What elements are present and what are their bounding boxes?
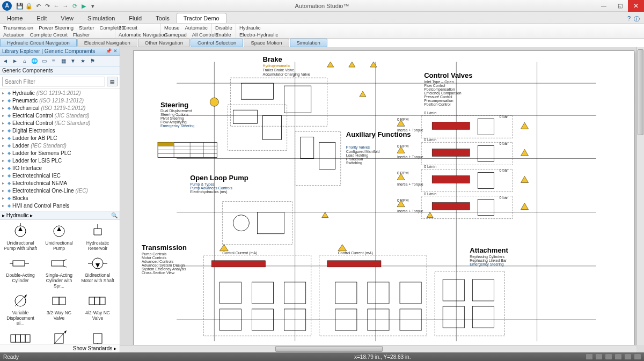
component-thumb[interactable]: Hydrostatic Reservoir — [78, 222, 117, 251]
rb-power-steering[interactable]: Power Steering — [39, 24, 74, 31]
v-scrollbar[interactable] — [636, 47, 644, 345]
search-input[interactable] — [2, 77, 105, 86]
tree-node[interactable]: ▸◆Electrotechnical IEC — [0, 172, 120, 180]
redo-icon[interactable]: ↷ — [43, 2, 51, 10]
rb-hydraulic[interactable]: Hydraulic — [239, 24, 261, 31]
rb-automatic[interactable]: Automatic — [185, 24, 208, 31]
tree-node[interactable]: ▸◆Ladder(IEC Standard) — [0, 142, 120, 150]
tb-back-icon[interactable]: ◄ — [1, 57, 10, 65]
rb-electro-hydraulic[interactable]: Electro-Hydraulic — [239, 31, 278, 38]
tb-globe-icon[interactable]: 🌐 — [30, 57, 39, 65]
svg-text:Inertia + Torque: Inertia + Torque — [397, 128, 423, 132]
search-options-button[interactable]: ▤ — [107, 77, 118, 86]
rb-auto-nav[interactable]: Automatic Navigation — [119, 31, 167, 38]
schematic-paper[interactable]: Brake Hydropneumatic Trailer Brake Valve… — [133, 50, 634, 347]
nav-simulation[interactable]: Simulation — [290, 39, 327, 47]
rb-actuation[interactable]: Actuation — [3, 31, 25, 38]
tb-doc-icon[interactable]: ▭ — [40, 57, 48, 65]
rb-gamepad[interactable]: Gamepad — [164, 31, 187, 38]
minimize-button[interactable]: — — [596, 0, 612, 12]
component-thumb[interactable]: Single-Acting Cylinder with Spr... — [40, 254, 78, 289]
component-thumb[interactable]: Variable Relief Valve — [40, 329, 78, 344]
tab-tools[interactable]: Tools — [149, 13, 177, 23]
component-thumb[interactable]: Bidirectional Motor with Shaft — [78, 254, 117, 289]
tab-view[interactable]: View — [54, 13, 80, 23]
component-thumb[interactable]: 4/3 - Electrically Controlled — [1, 329, 40, 344]
rb-disable[interactable]: Disable — [215, 24, 232, 31]
nav-other[interactable]: Other Navigation — [138, 39, 190, 47]
tb-list-icon[interactable]: ≡ — [49, 57, 58, 65]
info-icon[interactable]: ⓘ — [634, 15, 640, 23]
show-standards-link[interactable]: Show Standards ▸ — [0, 344, 120, 352]
tab-home[interactable]: Home — [0, 13, 30, 23]
undo-icon[interactable]: ↶ — [34, 2, 42, 10]
sb-icon[interactable] — [634, 354, 641, 359]
refresh-icon[interactable]: ⟳ — [71, 2, 78, 10]
tree-node[interactable]: ▸◆Electrical Control(JIC Standard) — [0, 112, 120, 120]
forward-icon[interactable]: → — [62, 2, 69, 10]
tree-node[interactable]: ▸◆Digital Electronics — [0, 127, 120, 135]
close-button[interactable]: ✕ — [628, 0, 644, 12]
tree-node[interactable]: ▸◆Electrotechnical One-Line(IEC) — [0, 187, 120, 195]
component-thumb[interactable]: Pressure Reducing Valve with Drain — [78, 329, 117, 344]
tree-node[interactable]: ▸◆Mechanical(ISO 1219-1:2012) — [0, 105, 120, 112]
sb-icon[interactable] — [625, 354, 631, 359]
save-icon[interactable]: 💾 — [16, 2, 24, 10]
tb-home-icon[interactable]: ⌂ — [20, 57, 29, 65]
component-thumbs: Unidirectional Pump with ShaftUnidirecti… — [0, 220, 120, 344]
tb-fav-icon[interactable]: ★ — [78, 57, 87, 65]
play-icon[interactable]: ▶ — [80, 2, 87, 10]
tb-filter-icon[interactable]: ▼ — [69, 57, 77, 65]
component-thumb[interactable]: 4/2-Way NC Valve — [78, 292, 117, 326]
component-thumb[interactable]: Double-Acting Cylinder — [1, 254, 40, 289]
rb-enable[interactable]: Enable — [215, 31, 231, 38]
rb-complete-circuit2[interactable]: Complete Circuit — [30, 31, 68, 38]
component-thumb[interactable]: Unidirectional Pump — [40, 222, 78, 251]
tree-node[interactable]: ▸◆Ladder for AB PLC — [0, 135, 120, 142]
tab-edit[interactable]: Edit — [30, 13, 54, 23]
nav-electrical[interactable]: Electrical Navigation — [77, 39, 137, 47]
schematic-svg[interactable]: Brake Hydropneumatic Trailer Brake Valve… — [134, 51, 634, 347]
pin-icon[interactable]: 📌 ✕ — [106, 48, 118, 54]
tree-node[interactable]: ▸◆Ladder for Siemens PLC — [0, 150, 120, 157]
tree-node[interactable]: ▸◆Electrotechnical NEMA — [0, 180, 120, 187]
tree-node[interactable]: ▸◆HMI and Control Panels — [0, 202, 120, 210]
component-thumb[interactable]: Variable Displacement Bi... — [1, 292, 40, 326]
tree-node[interactable]: ▸◆I/O Interface — [0, 165, 120, 172]
tb-tag-icon[interactable]: ⚑ — [88, 57, 97, 65]
tab-tractor-demo[interactable]: Tractor Demo — [177, 13, 226, 23]
h-scroll-thumb[interactable] — [275, 346, 383, 352]
v-scroll-thumb[interactable] — [638, 49, 643, 135]
rb-3d[interactable]: 3D — [119, 24, 125, 31]
sb-icon[interactable] — [586, 354, 592, 359]
maximize-button[interactable]: ◱ — [612, 0, 628, 12]
tab-fluid[interactable]: Fluid — [122, 13, 149, 23]
rb-flasher[interactable]: Flasher — [73, 31, 90, 38]
rb-transmission[interactable]: Transmission — [3, 24, 33, 31]
tb-grid-icon[interactable]: ▦ — [59, 57, 68, 65]
tree-node[interactable]: ▸◆Ladder for LSIS PLC — [0, 157, 120, 165]
back-icon[interactable]: ← — [53, 2, 60, 10]
rb-starter[interactable]: Starter — [79, 24, 94, 31]
component-thumb[interactable]: Unidirectional Pump with Shaft — [1, 222, 40, 251]
tree-node[interactable]: ▸◆Hydraulic(ISO 1219-1:2012) — [0, 90, 120, 97]
h-scrollbar[interactable] — [120, 345, 636, 352]
library-breadcrumb[interactable]: ▸ Hydraulic ▸ 🔍 — [0, 211, 120, 220]
tree-node[interactable]: ▸◆Blocks — [0, 195, 120, 202]
sb-icon[interactable] — [605, 354, 612, 359]
nav-control-sel[interactable]: Control Selection — [191, 39, 243, 47]
rb-mouse[interactable]: Mouse — [164, 24, 180, 31]
tb-fwd-icon[interactable]: ► — [11, 57, 19, 65]
qat-dropdown-icon[interactable]: ▾ — [89, 2, 97, 10]
lock-icon[interactable]: 🔒 — [25, 2, 33, 10]
help-icon[interactable]: ? — [627, 15, 631, 23]
nav-hydraulic[interactable]: Hydraulic Circuit Navigation — [0, 39, 77, 47]
sb-icon[interactable] — [615, 354, 621, 359]
component-thumb[interactable]: 3/2-Way NC Valve — [40, 292, 78, 326]
tree-node[interactable]: ▸◆Electrical Control(IEC Standard) — [0, 120, 120, 127]
sb-icon[interactable] — [596, 354, 602, 359]
nav-space-motion[interactable]: Space Motion — [244, 39, 289, 47]
search-icon[interactable]: 🔍 — [111, 212, 118, 218]
tab-simulation[interactable]: Simulation — [80, 13, 122, 23]
tree-node[interactable]: ▸◆Pneumatic(ISO 1219-1:2012) — [0, 97, 120, 105]
